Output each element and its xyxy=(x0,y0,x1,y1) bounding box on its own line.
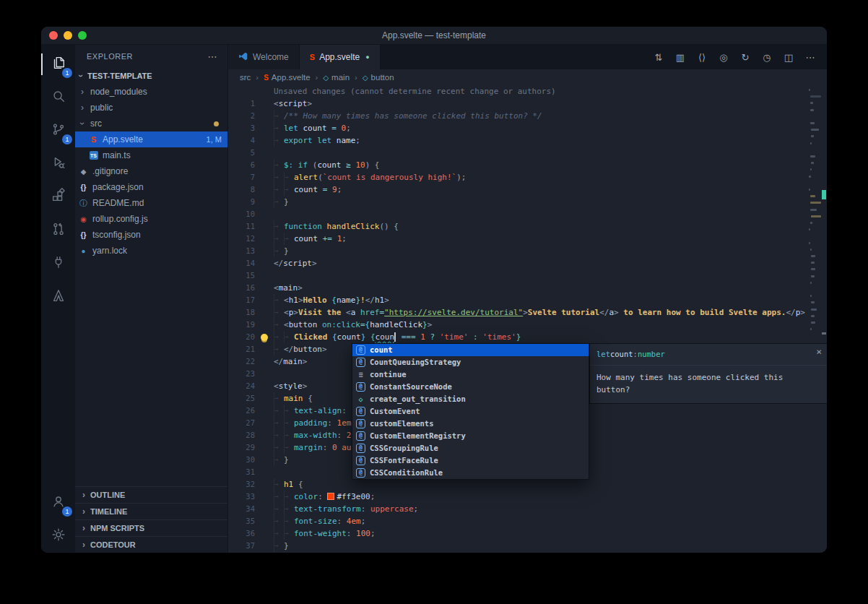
code-line[interactable]: 20→→Clicked {count} {coun === 1 ? 'time'… xyxy=(228,331,827,343)
project-root-row[interactable]: › TEST-TEMPLATE xyxy=(75,68,227,84)
lightbulb-icon[interactable] xyxy=(255,334,274,341)
file-row-node-modules[interactable]: ›node_modules xyxy=(75,84,227,100)
activity-item-search[interactable] xyxy=(41,81,75,114)
close-icon[interactable]: × xyxy=(816,345,822,358)
activity-item-azure[interactable] xyxy=(41,280,75,314)
activity-item-source-control[interactable]: 1 xyxy=(41,114,75,147)
minimap-line xyxy=(811,255,815,257)
code-line[interactable]: 1<script> xyxy=(228,98,827,110)
close-window-button[interactable] xyxy=(49,31,58,40)
activity-item-extensions[interactable] xyxy=(41,181,75,214)
file-row-rollup-config-js[interactable]: ◉rollup.config.js xyxy=(75,211,227,227)
token: "https://svelte.dev/tutorial" xyxy=(384,308,523,317)
code-line[interactable]: 3→let count = 0; xyxy=(228,122,827,134)
commit-icon[interactable]: ◎ xyxy=(713,48,734,66)
split-editor-icon[interactable]: ◫ xyxy=(778,48,799,66)
code-line[interactable]: 35→→font-size: 4em; xyxy=(228,515,827,527)
file-row-app-svelte[interactable]: SApp.svelte1, M xyxy=(75,131,227,147)
breadcrumb-item-src[interactable]: src xyxy=(240,73,251,82)
code-line[interactable]: 16<main> xyxy=(228,282,827,294)
tab-app-svelte[interactable]: SApp.svelte● xyxy=(300,45,381,69)
minimize-window-button[interactable] xyxy=(64,31,72,40)
suggest-item-constantsourcenode[interactable]: @ConstantSourceNode xyxy=(352,381,589,393)
section-label: CODETOUR xyxy=(90,540,136,549)
code-editor[interactable]: Unsaved changes (cannot determine recent… xyxy=(228,85,827,553)
tab-whitespace-icon: → xyxy=(274,220,284,233)
file-row-readme-md[interactable]: ⓘREADME.md xyxy=(75,195,227,211)
file-row-src[interactable]: ›src xyxy=(75,116,227,131)
token: ? xyxy=(425,332,440,342)
file-row-public[interactable]: ›public xyxy=(75,100,227,116)
code-line[interactable]: 34→→text-transform: uppercase; xyxy=(228,503,827,515)
sidebar-section-npm-scripts[interactable]: ›NPM SCRIPTS xyxy=(75,519,227,536)
code-line[interactable]: 4→export let name; xyxy=(228,134,827,147)
code-line[interactable]: 36→→font-weight: 100; xyxy=(228,527,827,540)
tab-whitespace-icon: → xyxy=(284,233,294,245)
activity-item-accounts[interactable]: 1 xyxy=(41,486,75,519)
code-line[interactable]: 6→$: if (count ≥ 10) { xyxy=(228,159,827,171)
explorer-more-actions-icon[interactable]: ⋯ xyxy=(208,51,218,62)
line-number: 24 xyxy=(228,380,255,392)
file-row-package-json[interactable]: {}package.json xyxy=(75,179,227,195)
code-line[interactable]: 12→→count += 1; xyxy=(228,233,827,245)
code-line[interactable]: 9→} xyxy=(228,196,827,208)
code-line[interactable]: 33→→color: #ff3e00; xyxy=(228,491,827,503)
activity-item-run-and-debug[interactable] xyxy=(41,147,75,181)
code-line[interactable]: 19→<button on:click={handleClick}> xyxy=(228,319,827,331)
code-line[interactable]: 37→} xyxy=(228,540,827,552)
code-line[interactable]: 7→→alert(`count is dangerously high!`); xyxy=(228,171,827,184)
code-line[interactable]: 8→→count = 9; xyxy=(228,184,827,196)
suggest-item-create_out_transition[interactable]: ◇create_out_transition xyxy=(352,393,589,405)
compare-changes-icon[interactable]: ⇅ xyxy=(648,48,669,66)
tab-whitespace-icon: → xyxy=(284,331,294,343)
history-icon[interactable]: ◷ xyxy=(756,48,778,66)
code-line[interactable]: 13→} xyxy=(228,245,827,257)
breadcrumb-item-app-svelte[interactable]: SApp.svelte xyxy=(264,73,310,82)
line-number: 21 xyxy=(228,343,255,355)
suggest-item-cssgroupingrule[interactable]: @CSSGroupingRule xyxy=(352,442,589,454)
code-line[interactable]: 15 xyxy=(228,269,827,282)
breadcrumb-item-main[interactable]: ◇main xyxy=(323,73,350,82)
suggest-item-customevent[interactable]: @CustomEvent xyxy=(352,405,589,418)
tab-welcome[interactable]: Welcome xyxy=(228,45,300,69)
suggest-item-customelements[interactable]: @customElements xyxy=(352,418,589,430)
activity-item-manage[interactable] xyxy=(41,519,75,553)
code-line[interactable]: Unsaved changes (cannot determine recent… xyxy=(228,85,827,98)
activity-item-remote-explorer[interactable] xyxy=(41,247,75,280)
breadcrumb-item-button[interactable]: ◇button xyxy=(363,73,394,82)
class-icon: @ xyxy=(356,468,365,478)
refresh-icon[interactable]: ↻ xyxy=(734,48,756,66)
code-line[interactable]: 18→<p>Visit the <a href="https://svelte.… xyxy=(228,306,827,319)
minimap[interactable] xyxy=(808,85,821,553)
code-line[interactable]: 2→/** How many times has someone clicked… xyxy=(228,110,827,122)
sidebar-section-codetour[interactable]: ›CODETOUR xyxy=(75,536,227,553)
code-line[interactable]: 32→h1 { xyxy=(228,478,827,491)
activity-item-explorer[interactable]: 1 xyxy=(41,48,75,81)
suggest-item-customelementregistry[interactable]: @CustomElementRegistry xyxy=(352,430,589,442)
code-line[interactable]: 11→function handleClick() { xyxy=(228,220,827,233)
file-row-main-ts[interactable]: TSmain.ts xyxy=(75,147,227,163)
file-row--gitignore[interactable]: ◆.gitignore xyxy=(75,163,227,179)
code-lines: Unsaved changes (cannot determine recent… xyxy=(228,85,827,552)
zoom-window-button[interactable] xyxy=(78,31,87,40)
suggest-item-cssconditionrule[interactable]: @CSSConditionRule xyxy=(352,467,589,479)
more-actions-icon[interactable]: ⋯ xyxy=(799,48,821,66)
angle-brackets-icon[interactable]: ⟨⟩ xyxy=(691,48,713,66)
file-row-tsconfig-json[interactable]: {}tsconfig.json xyxy=(75,227,227,243)
code-line[interactable]: 14</script> xyxy=(228,257,827,269)
sidebar-section-timeline[interactable]: ›TIMELINE xyxy=(75,503,227,519)
code-line[interactable]: 5 xyxy=(228,147,827,159)
open-changes-icon[interactable]: ▥ xyxy=(669,48,691,66)
activity-item-github-pull-requests[interactable] xyxy=(41,214,75,247)
code-line[interactable]: 10 xyxy=(228,208,827,220)
file-row-yarn-lock[interactable]: ●yarn.lock xyxy=(75,243,227,259)
chevron-right-icon: › xyxy=(79,540,88,550)
code-line[interactable]: 17→<h1>Hello {name}!</h1> xyxy=(228,294,827,306)
suggest-item-continue[interactable]: ≡continue xyxy=(352,368,589,381)
suggest-item-count[interactable]: @count xyxy=(352,344,589,356)
suggest-item-cssfontfacerule[interactable]: @CSSFontFaceRule xyxy=(352,454,589,467)
token: script xyxy=(279,99,308,108)
token: > xyxy=(523,308,528,317)
suggest-item-countqueuingstrategy[interactable]: @CountQueuingStrategy xyxy=(352,356,589,368)
sidebar-section-outline[interactable]: ›OUTLINE xyxy=(75,486,227,503)
